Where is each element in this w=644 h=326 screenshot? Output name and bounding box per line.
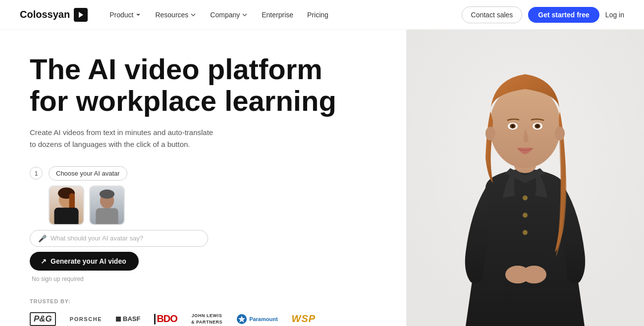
no-signup-text: No sign up required <box>32 276 238 282</box>
navigation: Colossyan Product Resources Company Ente… <box>0 0 644 30</box>
svg-point-12 <box>489 84 561 168</box>
logo-text: Colossyan <box>20 9 70 20</box>
svg-point-13 <box>485 127 495 140</box>
generate-video-button[interactable]: ↗ Generate your AI video <box>30 252 139 271</box>
trusted-label: TRUSTED BY: <box>30 298 337 304</box>
input-placeholder-text: What should your AI avatar say? <box>51 234 143 242</box>
nav-resources[interactable]: Resources <box>149 8 202 22</box>
avatar-female[interactable] <box>49 186 84 225</box>
brand-basf: BASF <box>116 315 140 323</box>
login-button[interactable]: Log in <box>605 11 624 19</box>
nav-product[interactable]: Product <box>104 8 147 22</box>
hero-headline: The AI video platform for workplace lear… <box>30 53 337 117</box>
svg-point-23 <box>523 195 528 200</box>
avatar-message-input[interactable]: 🎤 What should your AI avatar say? <box>30 230 208 247</box>
step-1-label: Choose your AI avatar <box>49 166 127 181</box>
trusted-section: TRUSTED BY: P&G PORSCHE BASF BDO JOHN LE… <box>30 298 337 326</box>
svg-point-24 <box>523 213 528 218</box>
logo-icon <box>74 8 88 22</box>
generate-icon: ↗ <box>41 257 47 265</box>
brand-john-lewis: JOHN LEWIS& PARTNERS <box>191 313 222 325</box>
hero-image <box>406 30 644 326</box>
demo-widget: 1 Choose your AI avatar <box>30 166 238 282</box>
nav-right: Contact sales Get started free Log in <box>462 6 624 23</box>
contact-sales-button[interactable]: Contact sales <box>462 6 523 23</box>
brand-bdo: BDO <box>154 313 177 325</box>
logo[interactable]: Colossyan <box>20 8 88 22</box>
svg-point-14 <box>555 127 565 140</box>
nav-links: Product Resources Company Enterprise Pri… <box>104 8 334 22</box>
svg-point-17 <box>511 125 514 128</box>
left-content: The AI video platform for workplace lear… <box>0 30 337 326</box>
avatar-selection <box>49 186 238 225</box>
svg-point-22 <box>522 266 546 283</box>
step-1-number: 1 <box>30 167 43 180</box>
svg-point-20 <box>536 125 539 128</box>
brand-wsp: WSP <box>292 313 316 325</box>
step-1-row: 1 Choose your AI avatar <box>30 166 238 181</box>
svg-rect-4 <box>54 207 78 225</box>
hero-subtitle: Create AI videos from text in minutes an… <box>30 127 218 150</box>
brand-paramount: Paramount <box>236 314 277 325</box>
nav-company[interactable]: Company <box>204 8 254 22</box>
svg-point-6 <box>100 189 114 198</box>
brand-porsche: PORSCHE <box>70 316 102 322</box>
nav-left: Colossyan Product Resources Company Ente… <box>20 8 334 22</box>
get-started-button[interactable]: Get started free <box>528 7 599 23</box>
avatar-male[interactable] <box>89 186 125 225</box>
svg-rect-7 <box>96 208 118 225</box>
nav-enterprise[interactable]: Enterprise <box>256 8 299 22</box>
brand-pg: P&G <box>30 312 56 326</box>
svg-marker-0 <box>79 12 83 18</box>
trusted-logos: P&G PORSCHE BASF BDO JOHN LEWIS& PARTNER… <box>30 312 337 326</box>
main-content: The AI video platform for workplace lear… <box>0 30 644 326</box>
svg-point-25 <box>523 230 528 235</box>
microphone-icon: 🎤 <box>38 234 47 242</box>
nav-pricing[interactable]: Pricing <box>301 8 334 22</box>
